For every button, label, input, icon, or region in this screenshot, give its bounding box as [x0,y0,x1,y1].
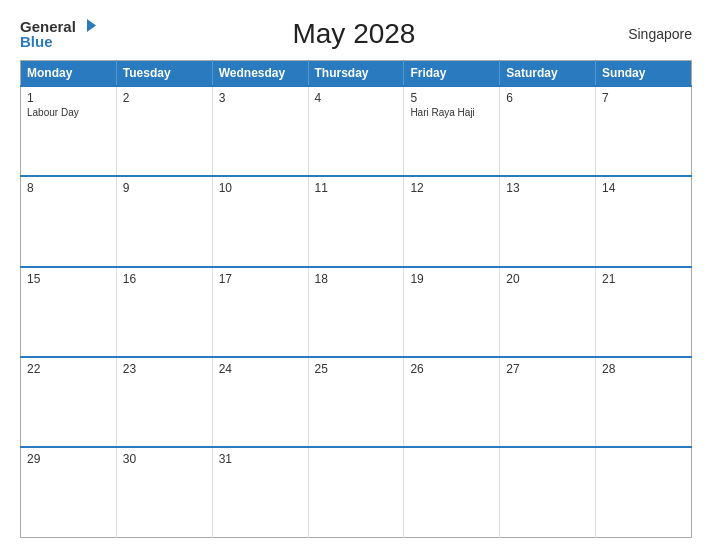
table-row: 11 [308,176,404,266]
table-row: 13 [500,176,596,266]
col-wednesday: Wednesday [212,61,308,87]
day-number: 30 [123,452,206,466]
table-row: 12 [404,176,500,266]
table-row: 28 [596,357,692,447]
day-number: 9 [123,181,206,195]
table-row: 26 [404,357,500,447]
day-number: 26 [410,362,493,376]
day-number: 22 [27,362,110,376]
country-label: Singapore [612,26,692,42]
day-number: 15 [27,272,110,286]
table-row: 6 [500,86,596,176]
table-row: 18 [308,267,404,357]
day-number: 29 [27,452,110,466]
table-row: 20 [500,267,596,357]
table-row: 17 [212,267,308,357]
calendar-table: Monday Tuesday Wednesday Thursday Friday… [20,60,692,538]
table-row: 31 [212,447,308,537]
table-row: 14 [596,176,692,266]
logo-general-text: General [20,19,76,34]
day-number: 25 [315,362,398,376]
day-number: 19 [410,272,493,286]
calendar-week-row: 293031 [21,447,692,537]
calendar-week-row: 15161718192021 [21,267,692,357]
table-row: 30 [116,447,212,537]
holiday-label: Hari Raya Haji [410,107,493,118]
table-row: 10 [212,176,308,266]
col-tuesday: Tuesday [116,61,212,87]
table-row: 16 [116,267,212,357]
day-number: 5 [410,91,493,105]
col-thursday: Thursday [308,61,404,87]
table-row: 4 [308,86,404,176]
col-friday: Friday [404,61,500,87]
table-row: 8 [21,176,117,266]
table-row: 5Hari Raya Haji [404,86,500,176]
table-row [500,447,596,537]
header: General Blue May 2028 Singapore [20,18,692,50]
day-number: 16 [123,272,206,286]
day-number: 27 [506,362,589,376]
calendar-week-row: 22232425262728 [21,357,692,447]
day-number: 14 [602,181,685,195]
table-row [404,447,500,537]
table-row [308,447,404,537]
day-number: 6 [506,91,589,105]
table-row: 3 [212,86,308,176]
table-row: 22 [21,357,117,447]
page: General Blue May 2028 Singapore Monday T… [0,0,712,550]
table-row: 7 [596,86,692,176]
day-number: 2 [123,91,206,105]
table-row: 21 [596,267,692,357]
day-number: 10 [219,181,302,195]
col-sunday: Sunday [596,61,692,87]
table-row: 9 [116,176,212,266]
table-row: 1Labour Day [21,86,117,176]
day-number: 18 [315,272,398,286]
day-number: 23 [123,362,206,376]
table-row: 29 [21,447,117,537]
day-number: 17 [219,272,302,286]
table-row: 27 [500,357,596,447]
day-number: 24 [219,362,302,376]
table-row: 24 [212,357,308,447]
table-row: 25 [308,357,404,447]
svg-marker-0 [87,19,96,32]
table-row: 15 [21,267,117,357]
col-saturday: Saturday [500,61,596,87]
calendar-week-row: 1Labour Day2345Hari Raya Haji67 [21,86,692,176]
day-number: 13 [506,181,589,195]
day-number: 20 [506,272,589,286]
table-row: 19 [404,267,500,357]
day-number: 21 [602,272,685,286]
day-number: 31 [219,452,302,466]
calendar-week-row: 891011121314 [21,176,692,266]
logo-blue-text: Blue [20,34,53,49]
day-number: 3 [219,91,302,105]
table-row: 2 [116,86,212,176]
col-monday: Monday [21,61,117,87]
day-number: 11 [315,181,398,195]
logo-flag-icon [78,19,96,32]
day-number: 1 [27,91,110,105]
holiday-label: Labour Day [27,107,110,118]
day-number: 12 [410,181,493,195]
calendar-header-row: Monday Tuesday Wednesday Thursday Friday… [21,61,692,87]
table-row [596,447,692,537]
day-number: 7 [602,91,685,105]
day-number: 4 [315,91,398,105]
logo: General Blue [20,19,96,49]
table-row: 23 [116,357,212,447]
day-number: 8 [27,181,110,195]
calendar-title: May 2028 [96,18,612,50]
day-number: 28 [602,362,685,376]
